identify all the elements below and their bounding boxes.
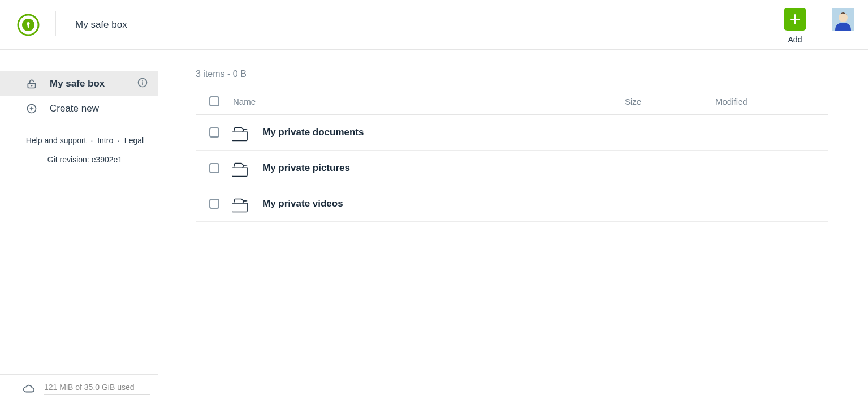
storage-text: 121 MiB of 35.0 GiB used [44,383,150,392]
app-header: My safe box Add [0,0,868,50]
lock-circle-icon [17,14,40,36]
row-name: My private pictures [254,162,625,174]
unlock-icon [25,78,38,89]
main-content: 3 items - 0 B Name Size Modified My priv… [170,50,868,403]
intro-link[interactable]: Intro [97,136,113,145]
table-row[interactable]: My private pictures [196,151,828,186]
select-all-checkbox[interactable] [209,96,219,106]
svg-point-8 [142,80,143,81]
svg-point-4 [839,13,848,22]
folder-icon [232,123,254,142]
row-checkbox[interactable] [209,199,219,209]
sidebar-footer: Help and support · Intro · Legal Git rev… [0,121,170,164]
storage-bar [44,394,150,395]
col-check [209,96,232,106]
row-name: My private documents [254,127,625,138]
sidebar: My safe box Create new Help and support [0,50,170,403]
plus-circle-icon [25,103,38,114]
header-separator-right [819,8,819,31]
table-header: Name Size Modified [196,91,828,115]
storage-panel[interactable]: 121 MiB of 35.0 GiB used [0,374,158,403]
add-button[interactable] [784,8,806,31]
folder-icon [232,194,254,213]
main-layout: My safe box Create new Help and support [0,50,868,403]
header-left: My safe box [17,8,127,36]
sidebar-item-my-safe-box[interactable]: My safe box [0,71,158,96]
app-logo[interactable] [17,14,40,36]
legal-link[interactable]: Legal [124,136,144,145]
sidebar-item-label: Create new [50,103,148,114]
page-title: My safe box [72,19,127,31]
info-icon[interactable] [137,77,148,91]
table-row[interactable]: My private documents [196,115,828,151]
sidebar-item-create-new[interactable]: Create new [0,96,158,121]
header-separator [55,11,56,36]
col-name[interactable]: Name [232,97,625,106]
items-summary: 3 items - 0 B [196,69,828,79]
storage-text-wrap: 121 MiB of 35.0 GiB used [44,383,150,395]
add-group: Add [784,8,806,44]
header-right: Add [784,8,854,44]
user-avatar[interactable] [832,8,854,31]
col-size[interactable]: Size [625,97,715,106]
help-link[interactable]: Help and support [26,136,87,145]
col-modified[interactable]: Modified [715,97,828,106]
git-revision: Git revision: e3902e1 [10,155,159,164]
cloud-icon [23,383,35,395]
sidebar-item-label: My safe box [50,78,126,89]
row-name: My private videos [254,198,625,209]
row-checkbox[interactable] [209,127,219,138]
footer-links: Help and support · Intro · Legal [10,136,159,145]
avatar-icon [832,8,854,31]
svg-rect-6 [31,85,33,87]
plus-icon [789,13,801,25]
table-row[interactable]: My private videos [196,186,828,222]
folder-icon [232,158,254,178]
row-checkbox[interactable] [209,163,219,173]
add-label: Add [788,35,802,44]
